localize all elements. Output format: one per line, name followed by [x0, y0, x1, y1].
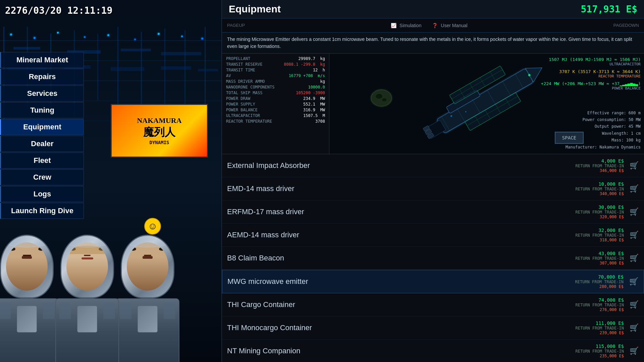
module-8: [161, 66, 191, 70]
nav-item-services[interactable]: Services: [0, 85, 84, 102]
cart-icon[interactable]: 🛒: [629, 277, 639, 287]
item-price-block: 32,000 E$ RETURN FROM TRADE-IN 318,000 E…: [576, 228, 624, 242]
stat-tr-label: TRANSIT RESERVE: [226, 62, 262, 67]
stat-transit-time: TRANSIT TIME 12 h: [226, 68, 325, 72]
item-description: The mining Microwave Emitter delivers a …: [222, 33, 644, 54]
item-price-block: 74,000 E$ RETURN FROM TRADE-IN 276,000 E…: [576, 297, 624, 312]
nav-item-mineral-market[interactable]: Mineral Market: [0, 52, 84, 68]
stat-ship-mass: TOTAL SHIP MASS 105200 -3900: [226, 90, 325, 95]
stat-mass-driver-ammo: MASS DRIVER AMMO kg: [226, 79, 325, 84]
light-9: [201, 38, 203, 40]
cart-icon[interactable]: 🛒: [629, 184, 639, 194]
stat-propellant: PROPELLANT 29989.7 kg: [226, 56, 325, 61]
char1-suit-detail: [17, 306, 37, 333]
tab-pageup[interactable]: PAGEUP: [224, 21, 248, 29]
manual-label: User Manual: [441, 23, 467, 28]
stat-rt-label: REACTOR TEMPERATURE: [226, 119, 272, 124]
light-6: [134, 39, 136, 40]
item-trade-in-label: RETURN FROM TRADE-IN: [576, 303, 624, 307]
item-price-block: 115,000 E$ RETURN FROM TRADE-IN 235,000 …: [576, 344, 624, 358]
billboard: NAKAMURA 魔列人 DYNAMIS: [111, 104, 208, 158]
tabs-bar: PAGEUP 📈 Simulation ❓ User Manual PAGEDO…: [222, 18, 644, 33]
char1-eye-right: [38, 247, 44, 251]
item-name: THI Monocargo Container: [227, 323, 576, 332]
item-name: External Impact Absorber: [227, 161, 576, 170]
power-balance-val: +224 MW (+206 MW-+523 MW ≈ +37▁▂▃▄▅▄▃): [541, 81, 641, 86]
char1-face: [6, 242, 48, 291]
char3-features: [130, 247, 165, 259]
item-row-selected[interactable]: MWG microwave emitter 70,000 E$ RETURN F…: [222, 270, 644, 293]
cart-icon[interactable]: 🛒: [629, 300, 639, 310]
char1-mouth: [22, 256, 32, 259]
stat-nd-val: 10000.0: [308, 85, 325, 89]
item-row[interactable]: NT Mining Companion 115,000 E$ RETURN FR…: [222, 340, 644, 362]
detail-power-cons: Power consumption: 50 MW: [566, 116, 641, 123]
item-price-block: 4,000 E$ RETURN FROM TRADE-IN 346,000 E$: [576, 158, 624, 173]
stat-power-draw: POWER DRAW 234.9 MW: [226, 96, 325, 101]
light-2: [34, 37, 36, 39]
timestamp: 2276/03/20 12:11:19: [5, 5, 112, 16]
nav-item-fleet[interactable]: Fleet: [0, 153, 84, 169]
light-3: [57, 32, 59, 34]
nav-item-tuning[interactable]: Tuning: [0, 102, 84, 118]
stat-pd-val: 234.9 MW: [303, 96, 325, 101]
tab-pagedown[interactable]: PAGEDOWN: [610, 21, 642, 29]
item-trade-val: 340,000 E$: [576, 191, 624, 196]
item-row[interactable]: External Impact Absorber 4,000 E$ RETURN…: [222, 154, 644, 177]
ultracap-label: ULTRACAPACITOR: [541, 62, 641, 66]
char2-features: [70, 247, 105, 259]
item-price: 70,000 E$: [575, 274, 624, 280]
navigation-menu: Mineral Market Repairs Services Tuning E…: [0, 52, 87, 220]
billboard-line1: NAKAMURA: [137, 116, 181, 125]
module-7: [111, 67, 144, 71]
item-trade-val: 318,000 E$: [576, 238, 624, 242]
cart-icon[interactable]: 🛒: [629, 207, 639, 217]
tab-simulation[interactable]: 📈 Simulation: [385, 21, 427, 30]
char2-suit-detail: [77, 306, 97, 333]
nav-item-logs[interactable]: Logs: [0, 186, 84, 202]
nav-item-launch-ring-dive[interactable]: Launch Ring Dive: [0, 203, 84, 219]
h-beam-1: [0, 40, 221, 41]
char1-features: [9, 247, 44, 259]
stat-av-val: 16779 +708 m/s: [289, 73, 325, 78]
nav-item-repairs[interactable]: Repairs: [0, 69, 84, 85]
item-row[interactable]: THI Monocargo Container 111,000 E$ RETUR…: [222, 316, 644, 340]
item-row[interactable]: B8 Claim Beacon 43,000 E$ RETURN FROM TR…: [222, 247, 644, 270]
tab-user-manual[interactable]: ❓ User Manual: [427, 21, 473, 30]
ultracap-val: 1507 MJ (1499 MJ-1509 MJ ≈ 1506 MJ): [541, 57, 641, 62]
light-1: [10, 34, 12, 36]
item-row[interactable]: THI Cargo Container 74,000 E$ RETURN FRO…: [222, 293, 644, 316]
cart-icon[interactable]: 🛒: [629, 323, 639, 333]
item-name: ERFMD-17 mass driver: [227, 207, 576, 216]
nav-item-equipment[interactable]: Equipment: [0, 119, 84, 135]
stats-display: PROPELLANT 29989.7 kg TRANSIT RESERVE 80…: [222, 54, 644, 154]
space-button[interactable]: SPACE: [555, 132, 584, 144]
cart-icon[interactable]: 🛒: [629, 161, 639, 171]
module-4: [161, 52, 201, 55]
module-3: [121, 49, 151, 51]
char3-body: [116, 298, 179, 362]
nav-item-dealer[interactable]: Dealer: [0, 136, 84, 152]
item-price: 4,000 E$: [576, 158, 624, 164]
stat-ultracap: ULTRACAPACITOR 1507.5 M: [226, 113, 325, 118]
item-row[interactable]: ERFMD-17 mass driver 30,000 E$ RETURN FR…: [222, 200, 644, 224]
item-trade-val: 346,000 E$: [576, 168, 624, 173]
smiley-badge: ☺: [144, 218, 161, 235]
nav-item-crew[interactable]: Crew: [0, 169, 84, 185]
cart-icon[interactable]: 🛒: [629, 346, 639, 356]
item-price: 111,000 E$: [576, 320, 624, 326]
item-row[interactable]: EMD-14 mass driver 10,000 E$ RETURN FROM…: [222, 177, 644, 200]
char3-mouth: [143, 256, 153, 259]
char1-eyes: [9, 247, 44, 251]
ship-body-group: [415, 57, 551, 150]
char3-suit-detail: [138, 306, 158, 333]
sim-icon: 📈: [391, 23, 396, 28]
stat-transit-reserve: TRANSIT RESERVE 8088.1 -299.8 kg: [226, 62, 325, 67]
item-row[interactable]: AEMD-14 mass driver 32,000 E$ RETURN FRO…: [222, 224, 644, 247]
item-price-block: 30,000 E$ RETURN FROM TRADE-IN 320,000 E…: [576, 204, 624, 219]
stat-sm-label: TOTAL SHIP MASS: [226, 90, 262, 95]
billboard-line3: DYNAMIS: [149, 140, 169, 145]
cart-icon[interactable]: 🛒: [629, 253, 639, 263]
item-name: B8 Claim Beacon: [227, 254, 576, 262]
cart-icon[interactable]: 🛒: [629, 230, 639, 240]
